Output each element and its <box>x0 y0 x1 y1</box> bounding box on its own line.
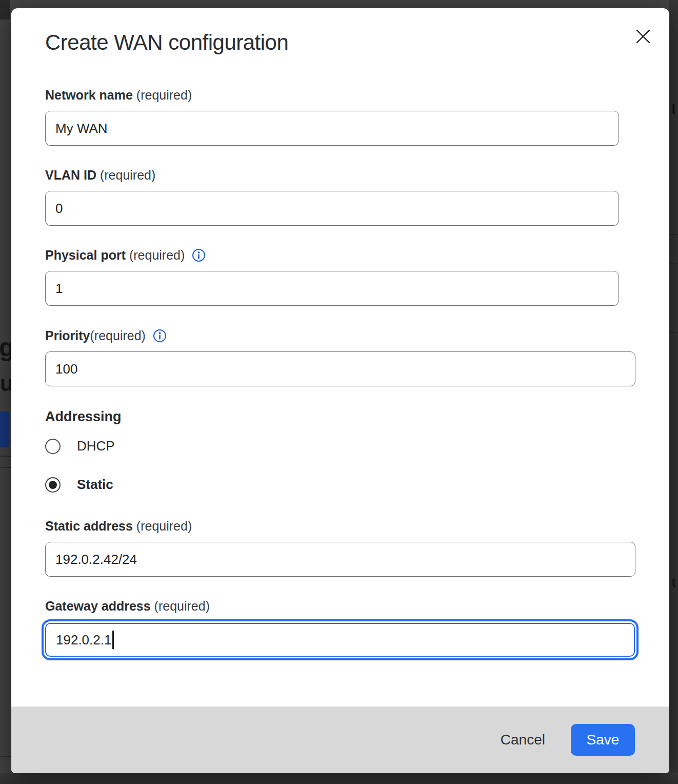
input-value: 100 <box>55 361 77 377</box>
close-icon <box>634 28 652 45</box>
required-hint: (required) <box>96 167 155 183</box>
required-hint: (required) <box>133 87 192 103</box>
background-divider-fragment <box>0 756 11 757</box>
required-hint: (required) <box>126 247 185 263</box>
input-value: 0 <box>55 201 63 217</box>
text-caret <box>112 631 114 649</box>
radio-unselected-icon[interactable] <box>45 439 61 454</box>
static-address-input[interactable]: 192.0.2.42/24 <box>45 542 635 577</box>
gateway-address-label: Gateway address (required) <box>45 598 669 614</box>
field-label-text: Priority <box>45 328 90 343</box>
save-button[interactable]: Save <box>571 724 635 756</box>
addressing-heading: Addressing <box>45 408 669 425</box>
background-divider-fragment <box>0 467 11 468</box>
cancel-button[interactable]: Cancel <box>501 732 545 748</box>
network-name-label: Network name (required) <box>45 87 669 103</box>
field-label-text: Static address <box>45 518 133 534</box>
input-value: 1 <box>55 281 63 297</box>
required-hint: (required) <box>90 328 146 343</box>
dialog-title: Create WAN configuration <box>45 30 669 55</box>
info-icon[interactable] <box>153 329 167 343</box>
background-divider-fragment <box>669 263 678 264</box>
dialog-footer: Cancel Save <box>11 707 669 773</box>
input-value: 192.0.2.42/24 <box>55 552 137 567</box>
info-icon[interactable] <box>192 248 206 262</box>
physical-port-input[interactable]: 1 <box>45 271 619 306</box>
vlan-id-label: VLAN ID (required) <box>45 167 669 183</box>
background-panel-fragment <box>669 0 678 784</box>
background-dark-panel-fragment <box>0 0 10 19</box>
background-divider-fragment <box>669 332 678 333</box>
gateway-address-input[interactable]: 192.0.2.1 <box>45 623 635 657</box>
background-shadow <box>0 773 678 784</box>
background-divider-fragment <box>669 234 678 235</box>
field-label-text: Gateway address <box>45 598 151 614</box>
priority-label: Priority(required) <box>45 328 669 343</box>
input-value: My WAN <box>55 121 108 136</box>
field-label-text: Physical port <box>45 247 126 263</box>
radio-option-static[interactable]: Static <box>45 477 669 493</box>
input-value: 192.0.2.1 <box>56 632 111 648</box>
priority-input[interactable]: 100 <box>45 351 635 386</box>
background-divider-fragment <box>0 456 11 457</box>
field-label-text: VLAN ID <box>45 167 96 183</box>
required-hint: (required) <box>133 518 192 534</box>
field-label-text: Network name <box>45 87 133 103</box>
focus-ring: 192.0.2.1 <box>42 619 639 660</box>
static-address-label: Static address (required) <box>45 518 669 534</box>
vlan-id-input[interactable]: 0 <box>45 191 619 226</box>
screen: { "overlay": { "left_fragments": { "lett… <box>0 0 678 784</box>
radio-selected-icon[interactable] <box>45 477 61 493</box>
close-button[interactable] <box>633 27 653 46</box>
required-hint: (required) <box>151 598 210 614</box>
physical-port-label: Physical port (required) <box>45 247 669 263</box>
background-button-fragment <box>0 411 9 447</box>
create-wan-dialog: Create WAN configuration Network name (r… <box>11 8 669 773</box>
radio-label: DHCP <box>77 438 115 454</box>
background-text-fragment: t <box>671 575 676 591</box>
radio-option-dhcp[interactable]: DHCP <box>45 438 669 454</box>
network-name-input[interactable]: My WAN <box>45 111 619 146</box>
radio-label: Static <box>77 477 113 493</box>
